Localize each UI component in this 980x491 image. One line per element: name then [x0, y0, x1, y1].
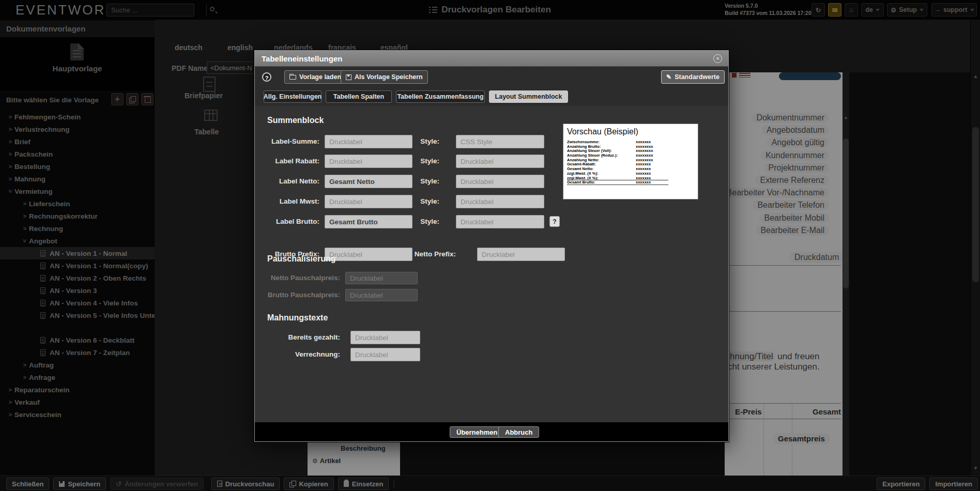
style-label: Style:	[410, 137, 439, 145]
style-input[interactable]	[456, 215, 544, 228]
field-label: Label Netto:	[255, 177, 319, 185]
preview-row-label: Anzahlung Steuer (Voll):	[567, 148, 612, 153]
preview-row-value: xxxxxxx	[636, 180, 651, 185]
brutto-prefix-input[interactable]	[325, 248, 412, 261]
style-label: Style:	[410, 197, 439, 205]
netto-prefix-label: Netto Prefix:	[410, 250, 456, 258]
label-netto-input[interactable]	[325, 175, 412, 188]
pauschalisierung-heading: Pauschalisierung	[267, 254, 336, 264]
als-vorlage-speichern-button[interactable]: Als Vorlage Speichern	[341, 70, 428, 84]
preview-row-label: Gesamt Brutto:	[567, 180, 595, 185]
standardwerte-button[interactable]: ✎Standardwerte	[661, 70, 725, 84]
folder-open-icon	[289, 75, 296, 80]
brutto-pauschalpreis-input	[345, 289, 418, 301]
tab-allg-einstellungen[interactable]: Allg. Einstellungen	[264, 90, 321, 103]
tab-tabellen-zusammenfassung[interactable]: Tabellen Zusammenfassung	[396, 90, 485, 103]
tabelleneinstellungen-dialog: Tabelleneinstellungen × ? Vorlage laden.…	[254, 50, 729, 442]
netto-prefix-input[interactable]	[477, 248, 565, 261]
app-root: EVENTWOR× Druckvorlagen Bearbeiten Versi…	[0, 0, 980, 491]
preview-row-label: Gesamt Netto:	[567, 166, 593, 171]
mahnungstexte-heading: Mahnungstexte	[267, 313, 328, 323]
summenblock-heading: Summenblock	[267, 116, 324, 125]
field-label-disabled: Brutto Pauschalpreis:	[255, 291, 340, 299]
verrechnung-input[interactable]	[350, 348, 420, 361]
abbruch-button[interactable]: Abbruch	[498, 426, 539, 438]
field-label-disabled: Netto Pauschalpreis:	[255, 274, 340, 282]
preview-row-label: Gesamt-Rabatt:	[567, 162, 596, 166]
preview-row-label: zzgl.Mwst. (X %):	[567, 176, 598, 180]
dialog-titlebar[interactable]: Tabelleneinstellungen ×	[255, 51, 728, 67]
standardwerte-label: Standardwerte	[675, 73, 719, 81]
preview-row-label: Anzahlung Brutto:	[567, 144, 601, 149]
tab-tabellen-spalten[interactable]: Tabellen Spalten	[326, 90, 392, 103]
preview-row-label: Anzahlung Netto:	[567, 158, 599, 162]
tab-layout-summenblock[interactable]: Layout Summenblock	[489, 90, 568, 103]
style-input[interactable]	[456, 175, 544, 188]
field-label: Verrechnung:	[255, 350, 340, 358]
brush-icon: ✎	[666, 73, 671, 81]
als-vorlage-speichern-label: Als Vorlage Speichern	[355, 73, 423, 81]
field-label: Label-Summe:	[255, 137, 319, 145]
netto-pauschalpreis-input	[345, 272, 418, 284]
floppy-icon	[346, 74, 351, 80]
vorlage-laden-label: Vorlage laden...	[299, 73, 346, 81]
field-label: Label Rabatt:	[255, 157, 319, 165]
preview-row-label: zzgl.Mwst. (X %):	[567, 171, 598, 176]
close-icon[interactable]: ×	[713, 54, 722, 63]
field-label: Bereits gezahlt:	[255, 333, 340, 341]
style-label: Style:	[410, 218, 439, 225]
label-summe-input[interactable]	[325, 135, 412, 148]
summenblock-preview: Vorschau (Beispiel) Zwischensumme:xxxxxx…	[563, 124, 698, 200]
preview-row-label: Anzahlung Steuer (Reduz.):	[567, 153, 618, 158]
dialog-title: Tabelleneinstellungen	[262, 51, 342, 67]
preview-row-label: Zwischensumme:	[567, 140, 600, 144]
label-brutto-input[interactable]	[325, 215, 412, 228]
uebernehmen-button[interactable]: Übernehmen	[450, 426, 504, 438]
label-rabatt-input[interactable]	[325, 155, 412, 168]
preview-title: Vorschau (Beispiel)	[567, 127, 638, 136]
bereits-gezahlt-input[interactable]	[350, 331, 420, 344]
field-label: Label Brutto:	[255, 218, 319, 225]
style-input[interactable]	[456, 135, 544, 148]
style-help-button[interactable]: ?	[549, 216, 560, 227]
preview-row: Gesamt Brutto:xxxxxxx	[567, 180, 668, 185]
help-icon[interactable]: ?	[262, 72, 271, 82]
style-input[interactable]	[456, 155, 544, 168]
dialog-footer: Übernehmen Abbruch	[255, 422, 728, 441]
field-label: Label Mwst:	[255, 197, 319, 205]
label-mwst-input[interactable]	[325, 195, 412, 208]
style-label: Style:	[410, 177, 439, 185]
preview-rows: Zwischensumme:xxxxxxxAnzahlung Brutto:xx…	[567, 140, 668, 185]
style-input[interactable]	[456, 195, 544, 208]
style-label: Style:	[410, 157, 439, 165]
